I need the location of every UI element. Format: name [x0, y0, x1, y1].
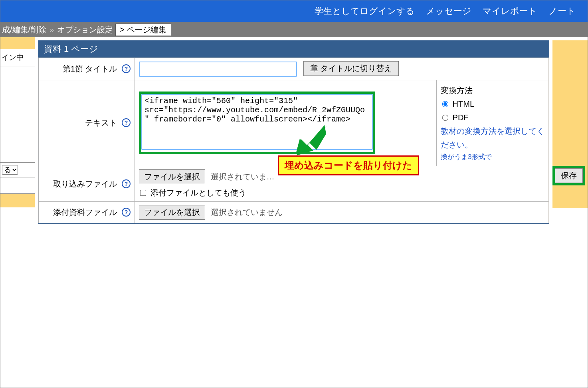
section-title-label: 第1節 タイトル [63, 64, 117, 73]
conversion-heading: 変換方法 [441, 84, 544, 97]
help-icon[interactable]: ? [122, 64, 131, 73]
sidebar-status: イン中 [0, 49, 35, 66]
help-icon[interactable]: ? [122, 208, 131, 217]
help-icon[interactable]: ? [122, 118, 131, 127]
text-textarea[interactable] [141, 94, 373, 150]
svg-marker-2 [297, 126, 327, 155]
breadcrumb-item[interactable]: オプション設定 [57, 24, 113, 35]
import-file-name: 選択されていま… [211, 172, 275, 181]
radio-html[interactable] [442, 101, 449, 107]
help-icon[interactable]: ? [122, 179, 131, 188]
left-sidebar: イン中 る [0, 37, 35, 224]
highlight-box: 保存 [552, 166, 585, 185]
use-as-attachment-option[interactable]: 添付ファイルとしても使う [139, 187, 246, 198]
nav-login-as-student[interactable]: 学生としてログインする [315, 5, 415, 17]
conversion-pdf-option[interactable]: PDF [441, 113, 469, 122]
nav-messages[interactable]: メッセージ [426, 5, 471, 17]
annotation-callout: 埋め込みコードを貼り付けた [278, 155, 419, 175]
breadcrumb: 成/編集/削除 » オプション設定 > ページ編集 [0, 22, 588, 37]
arrow-icon [292, 125, 328, 157]
save-button[interactable]: 保存 [555, 168, 583, 183]
conversion-hint: 教材の変換方法を選択してください。 [441, 124, 544, 151]
breadcrumb-sep-icon: » [49, 25, 54, 34]
conversion-note: 換がうま3形式で [441, 151, 544, 163]
section-title-input[interactable] [139, 62, 297, 77]
radio-pdf[interactable] [442, 114, 449, 121]
text-label: テキスト [85, 118, 117, 127]
switch-chapter-title-button[interactable]: 章 タイトルに切り替え [303, 61, 399, 76]
highlight-box [139, 92, 375, 154]
import-file-label: 取り込みファイル [53, 179, 117, 188]
attach-file-label: 添付資料ファイル [53, 208, 117, 217]
use-as-attachment-checkbox[interactable] [140, 190, 147, 196]
attach-file-name: 選択されていません [211, 208, 283, 217]
nav-notes[interactable]: ノート [548, 5, 576, 17]
breadcrumb-item[interactable]: 成/編集/削除 [2, 24, 46, 35]
right-panel: 保存 [552, 40, 588, 208]
sidebar-select[interactable]: る [2, 165, 18, 175]
top-nav: 学生としてログインする メッセージ マイレポート ノート [0, 0, 588, 22]
svg-marker-1 [309, 125, 326, 150]
conversion-html-option[interactable]: HTML [441, 99, 474, 108]
import-file-button[interactable]: ファイルを選択 [139, 169, 205, 184]
attach-file-button[interactable]: ファイルを選択 [139, 205, 205, 220]
form-title: 資料 1 ページ [38, 41, 549, 58]
nav-my-report[interactable]: マイレポート [483, 5, 537, 17]
breadcrumb-active: > ページ編集 [115, 24, 171, 36]
